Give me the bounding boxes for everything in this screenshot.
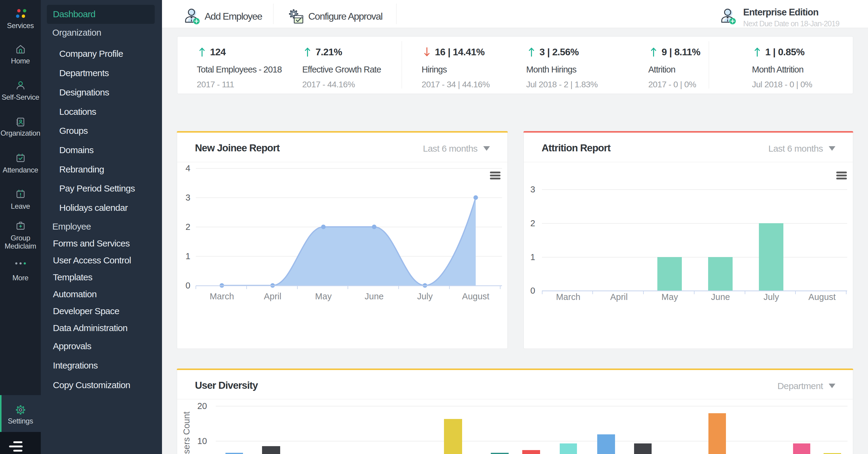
svg-text:1: 1 (186, 251, 190, 261)
svg-text:July: July (417, 291, 433, 301)
svg-text:2: 2 (186, 222, 190, 232)
svg-text:July: July (764, 292, 779, 302)
svg-text:June: June (365, 291, 384, 301)
svg-text:4: 4 (186, 163, 190, 173)
svg-text:3: 3 (530, 185, 535, 194)
svg-text:Users Count: Users Count (182, 412, 191, 454)
svg-text:3: 3 (186, 193, 190, 202)
svg-text:2: 2 (530, 218, 535, 228)
svg-text:0: 0 (530, 286, 535, 295)
svg-text:March: March (210, 291, 234, 301)
svg-text:20: 20 (197, 401, 207, 411)
svg-text:0: 0 (186, 281, 190, 290)
svg-text:May: May (661, 292, 678, 302)
svg-text:June: June (711, 292, 730, 302)
svg-text:August: August (808, 292, 836, 302)
svg-text:August: August (462, 291, 489, 301)
svg-text:April: April (610, 292, 628, 302)
svg-text:April: April (264, 291, 281, 301)
svg-text:1: 1 (530, 252, 535, 262)
svg-text:May: May (315, 291, 332, 301)
svg-text:10: 10 (197, 436, 207, 446)
svg-text:March: March (556, 292, 581, 302)
